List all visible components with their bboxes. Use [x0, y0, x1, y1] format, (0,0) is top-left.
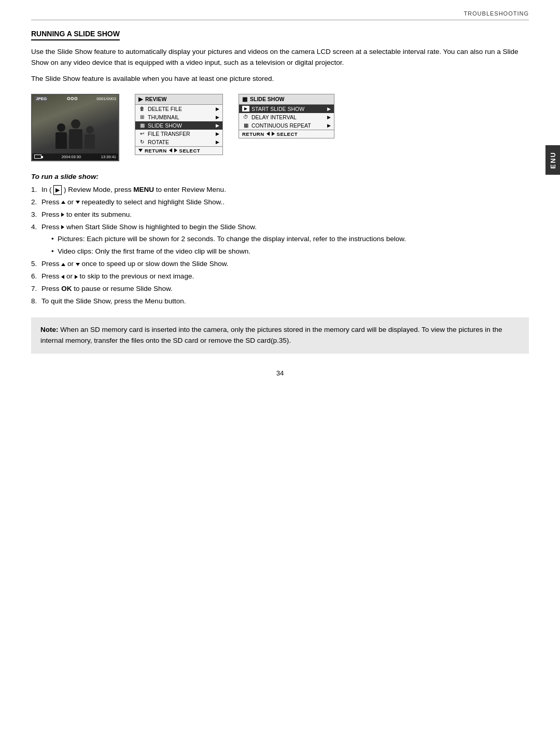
ss-item-delay-left: ⏱ DELAY INTERVAL [242, 114, 297, 120]
review-item-thumbnail-left: ⊞ THUMBNAIL [138, 114, 179, 120]
page-container: TROUBLESHOOTING ENU RUNNING A SLIDE SHOW… [0, 0, 560, 754]
review-menu-box: ▶ REVIEW 🗑 DELETE FILE ▶ ⊞ THUMBNAIL ▶ [135, 94, 223, 155]
right-arrow-3 [61, 213, 64, 217]
silhouette-group [32, 107, 118, 149]
note-text: When an SD memory card is inserted into … [40, 326, 502, 344]
note-prefix: Note: [40, 326, 59, 333]
header-section-label: TROUBLESHOOTING [464, 10, 529, 17]
camera-top-bar: JPEG ✪✪✪ 0001/0003 [32, 95, 118, 103]
review-icon: ▶ [138, 96, 143, 103]
start-ss-icon: ▶ [242, 106, 249, 111]
step-8: 8. To quit the Slide Show, press the Men… [31, 296, 529, 307]
delay-icon: ⏱ [242, 114, 249, 120]
camera-time: 13:30:41 [101, 155, 116, 159]
ss-item-cont: ▦ CONTINUOUS REPEAT ▶ [239, 121, 334, 130]
delete-arrow: ▶ [216, 106, 219, 111]
footer-tri-down [138, 149, 143, 152]
step-1-num: 1. [31, 185, 37, 196]
step-5: 5. Press or once to speed up or slow dow… [31, 259, 529, 270]
transfer-arrow: ▶ [216, 131, 219, 136]
transfer-label: FILE TRANSFER [148, 131, 190, 137]
intro-paragraph2: The Slide Show feature is available when… [31, 74, 529, 85]
footer-tri-left [169, 148, 172, 152]
step-5-num: 5. [31, 259, 37, 270]
ss-footer-tri-left [267, 132, 270, 136]
up-arrow-2 [61, 201, 65, 204]
step-1: 1. In ( ▶ ) Review Mode, press MENU to e… [31, 185, 529, 196]
ss-item-cont-left: ▦ CONTINUOUS REPEAT [242, 122, 311, 129]
delete-label: DELETE FILE [148, 106, 182, 112]
step-8-num: 8. [31, 296, 37, 307]
step-4-num: 4. [31, 222, 37, 233]
cont-arrow: ▶ [327, 123, 331, 128]
delay-label: DELAY INTERVAL [251, 114, 297, 120]
review-item-slideshow-left: ▦ SLIDE SHOW [138, 122, 182, 129]
section-title: RUNNING A SLIDE SHOW [31, 30, 120, 40]
left-arrow-6 [61, 275, 64, 279]
battery-icon [34, 155, 41, 159]
delay-arrow: ▶ [327, 115, 331, 120]
start-ss-label: START SLIDE SHOW [251, 106, 304, 112]
head3 [86, 126, 94, 134]
jpeg-label: JPEG [34, 96, 48, 102]
body2 [69, 129, 82, 149]
head1 [57, 123, 65, 132]
menu-keyword: MENU [133, 186, 154, 193]
cont-label: CONTINUOUS REPEAT [251, 122, 311, 129]
review-menu-footer: RETURN SELECT [135, 146, 222, 155]
start-ss-arrow: ▶ [327, 106, 331, 111]
camera-preview: JPEG ✪✪✪ 0001/0003 [31, 94, 119, 161]
slideshow-menu-box: ▦ SLIDE SHOW ▶ START SLIDE SHOW ▶ ⏱ DELA… [239, 94, 334, 138]
body1 [55, 132, 67, 149]
thumbnail-arrow: ▶ [216, 115, 219, 120]
select-label: SELECT [179, 148, 200, 153]
review-mode-icon: ▶ [53, 185, 62, 195]
person1 [55, 123, 67, 149]
note-box: Note: When an SD memory card is inserted… [31, 317, 529, 354]
step-7-num: 7. [31, 284, 37, 295]
bullet-4a: Pictures: Each picture will be shown for… [49, 234, 529, 245]
side-tab-text: ENU [549, 151, 557, 169]
transfer-icon: ↩ [138, 131, 146, 136]
camera-preview-inner: JPEG ✪✪✪ 0001/0003 [32, 95, 118, 160]
up-arrow-5 [61, 263, 65, 266]
delete-icon: 🗑 [138, 106, 146, 111]
down-arrow-2 [76, 201, 80, 204]
thumbnail-label: THUMBNAIL [148, 114, 179, 120]
top-header: TROUBLESHOOTING [31, 10, 529, 20]
intro-paragraph1: Use the Slide Show feature to automatica… [31, 47, 529, 68]
thumbnail-icon: ⊞ [138, 114, 146, 120]
slideshow-menu-title: SLIDE SHOW [250, 96, 285, 102]
step-3: 3. Press to enter its submenu. [31, 210, 529, 220]
ss-item-start-left: ▶ START SLIDE SHOW [242, 106, 304, 112]
side-tab: ENU [545, 145, 560, 175]
rotate-icon: ↻ [138, 139, 146, 145]
step-4: 4. Press when Start Slide Show is highli… [31, 222, 529, 258]
review-item-delete-left: 🗑 DELETE FILE [138, 106, 182, 112]
step-4-bullets: Pictures: Each picture will be shown for… [49, 234, 529, 257]
ss-item-delay: ⏱ DELAY INTERVAL ▶ [239, 113, 334, 121]
camera-stars: ✪✪✪ [67, 96, 78, 101]
step-2: 2. Press or repeatedly to select and hig… [31, 197, 529, 208]
bullet-4b: Video clips: Only the first frame of the… [49, 246, 529, 257]
stars-icon: ✪✪✪ [67, 96, 78, 101]
review-menu-title: REVIEW [145, 96, 166, 102]
footer-tri-right [174, 148, 177, 152]
rotate-label: ROTATE [148, 139, 169, 145]
rotate-arrow: ▶ [216, 139, 219, 145]
page-number: 34 [31, 369, 529, 377]
ok-keyword: OK [61, 285, 72, 292]
step-7: 7. Press OK to pause or resume Slide Sho… [31, 284, 529, 295]
cont-icon: ▦ [242, 122, 249, 128]
review-item-thumbnail: ⊞ THUMBNAIL ▶ [135, 113, 222, 121]
review-item-transfer-left: ↩ FILE TRANSFER [138, 131, 190, 137]
instructions-title: To run a slide show: [31, 173, 529, 180]
review-item-rotate-left: ↻ ROTATE [138, 139, 169, 145]
right-arrow-6 [75, 275, 78, 279]
images-row: JPEG ✪✪✪ 0001/0003 [31, 94, 529, 161]
review-item-rotate: ↻ ROTATE ▶ [135, 138, 222, 146]
slideshow-icon-menu: ▦ [138, 122, 146, 128]
camera-battery-container [34, 155, 41, 159]
person2 [69, 119, 82, 149]
ss-item-start: ▶ START SLIDE SHOW ▶ [239, 105, 334, 113]
